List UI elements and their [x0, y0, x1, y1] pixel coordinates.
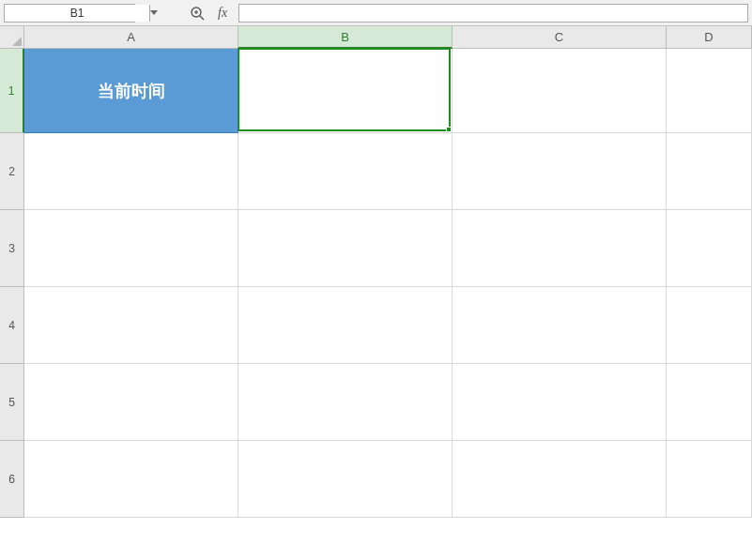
grid-row: [24, 133, 752, 210]
cell-B3[interactable]: [238, 210, 453, 287]
cell-A1[interactable]: 当前时间: [24, 49, 238, 133]
spreadsheet-grid: ABCD 123456 当前时间: [0, 26, 752, 560]
cell-B6[interactable]: [238, 441, 453, 518]
grid-row: [24, 364, 752, 441]
name-box-dropdown[interactable]: [149, 5, 158, 22]
row-header-6[interactable]: 6: [0, 441, 24, 518]
grid-row: 当前时间: [24, 49, 752, 133]
cell-C6[interactable]: [453, 441, 667, 518]
name-box-input[interactable]: [5, 5, 149, 22]
row-header-4[interactable]: 4: [0, 287, 24, 364]
cell-B1[interactable]: [238, 49, 453, 133]
name-box[interactable]: [4, 4, 135, 23]
row-header-3[interactable]: 3: [0, 210, 24, 287]
row-headers: 123456: [0, 49, 24, 518]
grid-row: [24, 210, 752, 287]
cell-D5[interactable]: [667, 364, 752, 441]
row-header-2[interactable]: 2: [0, 133, 24, 210]
svg-line-1: [200, 16, 204, 20]
select-all-triangle-icon: [12, 37, 22, 46]
cell-A3[interactable]: [24, 210, 238, 287]
cell-A6[interactable]: [24, 441, 238, 518]
column-header-C[interactable]: C: [453, 26, 667, 49]
cell-D6[interactable]: [667, 441, 752, 518]
cell-D3[interactable]: [667, 210, 752, 287]
column-header-D[interactable]: D: [667, 26, 752, 49]
cell-B4[interactable]: [238, 287, 453, 364]
cell-C4[interactable]: [453, 287, 667, 364]
row-header-5[interactable]: 5: [0, 364, 24, 441]
column-header-A[interactable]: A: [24, 26, 238, 49]
column-header-B[interactable]: B: [238, 26, 453, 49]
cell-B5[interactable]: [238, 364, 453, 441]
cells-area[interactable]: 当前时间: [24, 49, 752, 518]
cell-D1[interactable]: [667, 49, 752, 133]
select-all-corner[interactable]: [0, 26, 24, 49]
cell-A5[interactable]: [24, 364, 238, 441]
cell-A4[interactable]: [24, 287, 238, 364]
grid-row: [24, 287, 752, 364]
cell-D4[interactable]: [667, 287, 752, 364]
formula-input[interactable]: [238, 4, 748, 23]
cell-B2[interactable]: [238, 133, 453, 210]
chevron-down-icon: [150, 10, 158, 16]
cell-C3[interactable]: [453, 210, 667, 287]
cell-C5[interactable]: [453, 364, 667, 441]
cell-C1[interactable]: [453, 49, 667, 133]
cell-D2[interactable]: [667, 133, 752, 210]
cell-C2[interactable]: [453, 133, 667, 210]
cell-A2[interactable]: [24, 133, 238, 210]
zoom-search-icon[interactable]: [188, 4, 207, 23]
formula-bar: fx: [0, 0, 752, 26]
fx-label[interactable]: fx: [218, 6, 227, 21]
row-header-1[interactable]: 1: [0, 49, 24, 133]
grid-row: [24, 441, 752, 518]
column-headers: ABCD: [24, 26, 752, 49]
